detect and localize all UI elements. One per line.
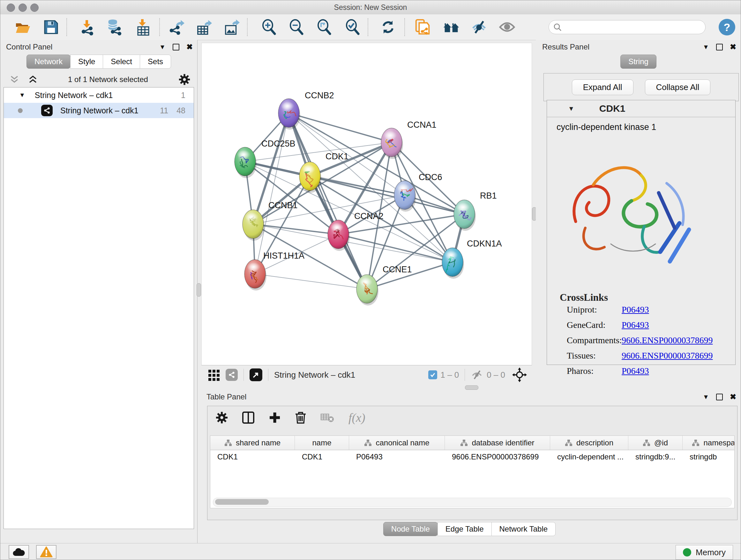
- cell-name[interactable]: CDK1: [295, 452, 349, 461]
- eye-icon: [499, 20, 515, 34]
- detach-view-icon[interactable]: [250, 368, 262, 381]
- crosslink-label: Uniprot:: [567, 305, 622, 315]
- crosslink-tissues-link[interactable]: 9606.ENSP00000378699: [622, 351, 713, 361]
- network-options-gear-icon[interactable]: [179, 74, 190, 85]
- tab-string[interactable]: String: [620, 55, 657, 69]
- column-header-database-identifier[interactable]: database identifier: [445, 436, 550, 450]
- column-header-name[interactable]: name: [295, 436, 349, 450]
- export-network-button[interactable]: [168, 19, 185, 36]
- zoom-fit-button[interactable]: [316, 19, 333, 36]
- panel-menu-icon[interactable]: ▼: [703, 44, 709, 51]
- entry-collapse-caret-icon[interactable]: ▼: [568, 105, 575, 112]
- cell-shared-name[interactable]: CDK1: [210, 452, 295, 461]
- crosslink-uniprot-link[interactable]: P06493: [622, 305, 649, 315]
- export-image-icon: [224, 18, 240, 36]
- cell-canonical-name[interactable]: P06493: [349, 452, 445, 461]
- main-toolbar: ?: [0, 14, 741, 40]
- panel-float-icon[interactable]: [173, 44, 179, 51]
- column-header-shared-name[interactable]: shared name: [210, 436, 295, 450]
- column-type-icon: [565, 439, 572, 446]
- horizontal-splitter-handle[interactable]: [465, 385, 478, 390]
- grid-view-icon[interactable]: [208, 368, 220, 381]
- toolbar-separator: [367, 18, 368, 36]
- entry-description: cyclin-dependent kinase 1: [556, 122, 735, 132]
- show-all-button[interactable]: [499, 19, 515, 36]
- zoom-out-button[interactable]: [288, 19, 305, 36]
- cell-id[interactable]: stringdb:9...: [628, 452, 683, 461]
- column-header-id[interactable]: @id: [628, 436, 683, 450]
- column-header-description[interactable]: description: [550, 436, 628, 450]
- import-network-database-button[interactable]: [106, 19, 123, 36]
- panel-close-icon[interactable]: ✖: [730, 43, 736, 51]
- panel-menu-icon[interactable]: ▼: [159, 44, 165, 51]
- column-header-canonical-name[interactable]: canonical name: [349, 436, 445, 450]
- show-columns-icon[interactable]: [242, 411, 255, 424]
- tab-select[interactable]: Select: [103, 55, 140, 69]
- table-area: f(x) shared name name canonical name dat…: [207, 406, 738, 520]
- export-table-button[interactable]: [196, 19, 212, 36]
- export-image-button[interactable]: [224, 19, 240, 36]
- panel-close-icon[interactable]: ✖: [730, 392, 736, 401]
- network-canvas[interactable]: CCNB2CCNA1CDC25BCDK1CDC6RB1CCNB1CCNA2CDK…: [202, 43, 532, 365]
- expand-all-button[interactable]: Expand All: [572, 79, 633, 95]
- add-column-icon[interactable]: [269, 412, 281, 424]
- table-row[interactable]: CDK1 CDK1 P06493 9606.ENSP00000378699 cy…: [210, 450, 734, 463]
- memory-status-button[interactable]: Memory: [676, 545, 733, 560]
- cloud-services-button[interactable]: [9, 545, 29, 559]
- import-network-file-button[interactable]: [79, 19, 96, 36]
- svg-text:CDKN1A: CDKN1A: [467, 239, 502, 248]
- tab-sets[interactable]: Sets: [140, 55, 171, 69]
- hide-selected-button[interactable]: [471, 19, 488, 36]
- search-field[interactable]: [549, 20, 705, 34]
- zoom-selected-button[interactable]: [344, 19, 361, 36]
- cell-description[interactable]: cyclin-dependent ...: [550, 452, 628, 461]
- crosslink-label: Pharos:: [567, 366, 622, 376]
- refresh-button[interactable]: [380, 19, 396, 36]
- svg-text:CCNB1: CCNB1: [268, 200, 298, 210]
- vertical-splitter-handle[interactable]: [197, 283, 201, 297]
- tab-style[interactable]: Style: [70, 55, 103, 69]
- table-tabs: Node Table Edge Table Network Table: [198, 522, 741, 536]
- collapse-all-networks-icon[interactable]: [10, 75, 19, 84]
- network-collection-row[interactable]: ▼ String Network – cdk1 1: [4, 87, 194, 103]
- table-horizontal-scrollbar[interactable]: [213, 498, 732, 507]
- crosslink-pharos-link[interactable]: P06493: [622, 366, 649, 376]
- search-input[interactable]: [564, 23, 705, 32]
- column-header-namespace[interactable]: namespace: [683, 436, 735, 450]
- cell-namespace[interactable]: stringdb: [683, 452, 735, 461]
- panel-float-icon[interactable]: [716, 44, 723, 51]
- collapse-all-button[interactable]: Collapse All: [645, 79, 711, 95]
- birdseye-view-icon[interactable]: [226, 369, 238, 381]
- network-row-selected[interactable]: String Network – cdk1 11 48: [4, 103, 194, 118]
- home-layout-button[interactable]: [443, 19, 460, 36]
- toolbar-separator: [66, 18, 67, 36]
- zoom-in-button[interactable]: [261, 19, 277, 36]
- open-session-button[interactable]: [14, 19, 31, 36]
- clone-network-button[interactable]: [414, 19, 431, 36]
- tab-edge-table[interactable]: Edge Table: [437, 522, 492, 536]
- crosslink-compartments-link[interactable]: 9606.ENSP00000378699: [622, 335, 713, 346]
- panel-float-icon[interactable]: [716, 394, 723, 400]
- tab-network-table[interactable]: Network Table: [491, 522, 556, 536]
- column-type-icon: [364, 439, 372, 446]
- crosslink-genecard-link[interactable]: P06493: [622, 320, 649, 330]
- delete-column-icon[interactable]: [295, 411, 307, 424]
- help-button[interactable]: ?: [719, 19, 735, 36]
- panel-close-icon[interactable]: ✖: [186, 43, 193, 51]
- selected-nodes-checkbox[interactable]: [428, 370, 437, 379]
- warnings-button[interactable]: [36, 545, 57, 559]
- tab-node-table[interactable]: Node Table: [383, 522, 438, 536]
- tree-expand-caret-icon[interactable]: ▼: [19, 91, 25, 99]
- export-network-icon: [168, 18, 185, 36]
- import-table-file-button[interactable]: [135, 19, 151, 36]
- cell-database-identifier[interactable]: 9606.ENSP00000378699: [445, 452, 550, 461]
- tab-network[interactable]: Network: [26, 55, 71, 69]
- panel-menu-icon[interactable]: ▼: [703, 393, 709, 401]
- table-options-gear-icon[interactable]: [216, 412, 228, 424]
- svg-text:CDC25B: CDC25B: [261, 139, 295, 148]
- expand-all-networks-icon[interactable]: [28, 75, 37, 84]
- export-table-icon: [196, 18, 212, 36]
- save-session-button[interactable]: [43, 19, 59, 36]
- fit-selection-crosshair-icon[interactable]: [512, 368, 527, 382]
- scrollbar-thumb[interactable]: [215, 499, 269, 505]
